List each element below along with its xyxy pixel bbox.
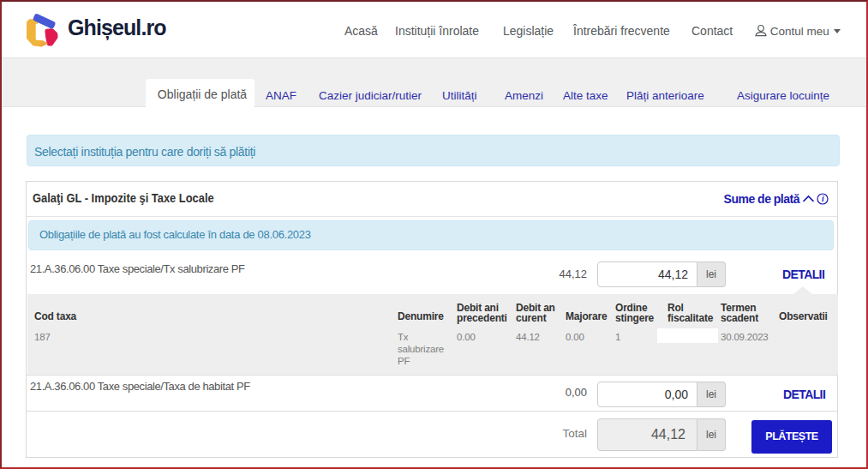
svg-text:i: i (822, 195, 824, 203)
